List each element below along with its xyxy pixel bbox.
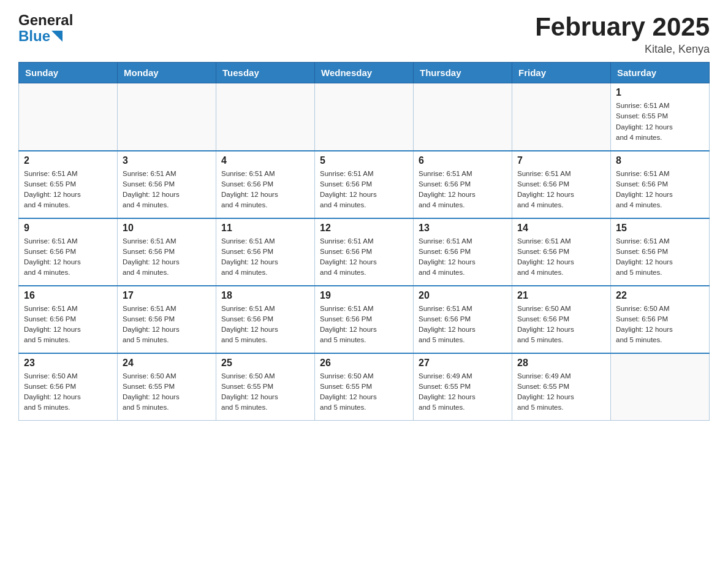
- day-info: Sunrise: 6:51 AMSunset: 6:56 PMDaylight:…: [616, 236, 704, 278]
- calendar-cell: 28Sunrise: 6:49 AMSunset: 6:55 PMDayligh…: [512, 353, 611, 421]
- day-number: 9: [24, 223, 112, 234]
- calendar-cell: 6Sunrise: 6:51 AMSunset: 6:56 PMDaylight…: [414, 151, 512, 218]
- weekday-header-monday: Monday: [118, 63, 216, 83]
- calendar-cell: [216, 83, 315, 151]
- day-number: 3: [123, 155, 211, 166]
- day-info: Sunrise: 6:50 AMSunset: 6:55 PMDaylight:…: [123, 371, 211, 413]
- month-title: February 2025: [535, 12, 710, 42]
- calendar-cell: [118, 83, 216, 151]
- day-number: 24: [123, 358, 211, 369]
- calendar-cell: 27Sunrise: 6:49 AMSunset: 6:55 PMDayligh…: [414, 353, 512, 421]
- day-number: 27: [419, 358, 507, 369]
- calendar-cell: 5Sunrise: 6:51 AMSunset: 6:56 PMDaylight…: [315, 151, 414, 218]
- day-info: Sunrise: 6:51 AMSunset: 6:56 PMDaylight:…: [517, 169, 605, 211]
- page-header: General Blue February 2025 Kitale, Kenya: [18, 12, 710, 56]
- calendar-cell: 15Sunrise: 6:51 AMSunset: 6:56 PMDayligh…: [611, 218, 710, 286]
- calendar-cell: 8Sunrise: 6:51 AMSunset: 6:56 PMDaylight…: [611, 151, 710, 218]
- day-info: Sunrise: 6:50 AMSunset: 6:56 PMDaylight:…: [517, 304, 605, 346]
- day-info: Sunrise: 6:49 AMSunset: 6:55 PMDaylight:…: [517, 371, 605, 413]
- logo-general-text: General: [18, 12, 73, 28]
- weekday-header-thursday: Thursday: [414, 63, 512, 83]
- weekday-header-sunday: Sunday: [19, 63, 118, 83]
- calendar-cell: 25Sunrise: 6:50 AMSunset: 6:55 PMDayligh…: [216, 353, 315, 421]
- day-number: 12: [320, 223, 408, 234]
- calendar-cell: 13Sunrise: 6:51 AMSunset: 6:56 PMDayligh…: [414, 218, 512, 286]
- calendar-cell: 2Sunrise: 6:51 AMSunset: 6:55 PMDaylight…: [19, 151, 118, 218]
- weekday-header-wednesday: Wednesday: [315, 63, 414, 83]
- day-info: Sunrise: 6:51 AMSunset: 6:56 PMDaylight:…: [221, 169, 309, 211]
- calendar-week-row: 1Sunrise: 6:51 AMSunset: 6:55 PMDaylight…: [19, 83, 710, 151]
- day-number: 4: [221, 155, 309, 166]
- calendar-cell: 21Sunrise: 6:50 AMSunset: 6:56 PMDayligh…: [512, 286, 611, 353]
- day-info: Sunrise: 6:50 AMSunset: 6:56 PMDaylight:…: [616, 304, 704, 346]
- day-info: Sunrise: 6:51 AMSunset: 6:56 PMDaylight:…: [24, 304, 112, 346]
- weekday-header-tuesday: Tuesday: [216, 63, 315, 83]
- calendar-cell: [611, 353, 710, 421]
- calendar-cell: 3Sunrise: 6:51 AMSunset: 6:56 PMDaylight…: [118, 151, 216, 218]
- location: Kitale, Kenya: [535, 43, 710, 56]
- day-info: Sunrise: 6:49 AMSunset: 6:55 PMDaylight:…: [419, 371, 507, 413]
- day-info: Sunrise: 6:51 AMSunset: 6:56 PMDaylight:…: [123, 304, 211, 346]
- day-number: 20: [419, 290, 507, 301]
- title-block: February 2025 Kitale, Kenya: [535, 12, 710, 56]
- calendar-cell: 24Sunrise: 6:50 AMSunset: 6:55 PMDayligh…: [118, 353, 216, 421]
- calendar-cell: 11Sunrise: 6:51 AMSunset: 6:56 PMDayligh…: [216, 218, 315, 286]
- calendar-cell: 7Sunrise: 6:51 AMSunset: 6:56 PMDaylight…: [512, 151, 611, 218]
- day-info: Sunrise: 6:51 AMSunset: 6:56 PMDaylight:…: [320, 169, 408, 211]
- day-number: 2: [24, 155, 112, 166]
- day-number: 18: [221, 290, 309, 301]
- day-number: 5: [320, 155, 408, 166]
- calendar-week-row: 9Sunrise: 6:51 AMSunset: 6:56 PMDaylight…: [19, 218, 710, 286]
- day-info: Sunrise: 6:51 AMSunset: 6:56 PMDaylight:…: [419, 304, 507, 346]
- day-number: 11: [221, 223, 309, 234]
- calendar-cell: 17Sunrise: 6:51 AMSunset: 6:56 PMDayligh…: [118, 286, 216, 353]
- calendar-body: 1Sunrise: 6:51 AMSunset: 6:55 PMDaylight…: [19, 83, 710, 421]
- day-info: Sunrise: 6:51 AMSunset: 6:56 PMDaylight:…: [320, 304, 408, 346]
- day-info: Sunrise: 6:50 AMSunset: 6:56 PMDaylight:…: [24, 371, 112, 413]
- calendar-week-row: 2Sunrise: 6:51 AMSunset: 6:55 PMDaylight…: [19, 151, 710, 218]
- day-number: 8: [616, 155, 704, 166]
- calendar-cell: 23Sunrise: 6:50 AMSunset: 6:56 PMDayligh…: [19, 353, 118, 421]
- calendar-cell: [19, 83, 118, 151]
- day-info: Sunrise: 6:51 AMSunset: 6:56 PMDaylight:…: [419, 169, 507, 211]
- day-info: Sunrise: 6:51 AMSunset: 6:56 PMDaylight:…: [517, 236, 605, 278]
- day-number: 19: [320, 290, 408, 301]
- calendar-table: SundayMondayTuesdayWednesdayThursdayFrid…: [18, 62, 710, 421]
- day-info: Sunrise: 6:51 AMSunset: 6:56 PMDaylight:…: [24, 236, 112, 278]
- calendar-cell: [512, 83, 611, 151]
- day-number: 17: [123, 290, 211, 301]
- weekday-header-friday: Friday: [512, 63, 611, 83]
- day-info: Sunrise: 6:51 AMSunset: 6:55 PMDaylight:…: [616, 101, 704, 143]
- calendar-cell: [315, 83, 414, 151]
- day-info: Sunrise: 6:51 AMSunset: 6:56 PMDaylight:…: [616, 169, 704, 211]
- calendar-cell: 16Sunrise: 6:51 AMSunset: 6:56 PMDayligh…: [19, 286, 118, 353]
- logo: General Blue: [18, 12, 73, 45]
- calendar-week-row: 23Sunrise: 6:50 AMSunset: 6:56 PMDayligh…: [19, 353, 710, 421]
- day-number: 13: [419, 223, 507, 234]
- weekday-header-saturday: Saturday: [611, 63, 710, 83]
- day-info: Sunrise: 6:51 AMSunset: 6:56 PMDaylight:…: [123, 169, 211, 211]
- day-number: 23: [24, 358, 112, 369]
- day-info: Sunrise: 6:50 AMSunset: 6:55 PMDaylight:…: [221, 371, 309, 413]
- day-number: 1: [616, 87, 704, 98]
- day-info: Sunrise: 6:51 AMSunset: 6:56 PMDaylight:…: [123, 236, 211, 278]
- calendar-cell: 18Sunrise: 6:51 AMSunset: 6:56 PMDayligh…: [216, 286, 315, 353]
- svg-marker-0: [51, 31, 63, 42]
- calendar-cell: 20Sunrise: 6:51 AMSunset: 6:56 PMDayligh…: [414, 286, 512, 353]
- day-info: Sunrise: 6:51 AMSunset: 6:55 PMDaylight:…: [24, 169, 112, 211]
- calendar-cell: 19Sunrise: 6:51 AMSunset: 6:56 PMDayligh…: [315, 286, 414, 353]
- day-info: Sunrise: 6:51 AMSunset: 6:56 PMDaylight:…: [320, 236, 408, 278]
- day-number: 15: [616, 223, 704, 234]
- day-number: 16: [24, 290, 112, 301]
- day-info: Sunrise: 6:50 AMSunset: 6:55 PMDaylight:…: [320, 371, 408, 413]
- calendar-cell: 22Sunrise: 6:50 AMSunset: 6:56 PMDayligh…: [611, 286, 710, 353]
- calendar-cell: 14Sunrise: 6:51 AMSunset: 6:56 PMDayligh…: [512, 218, 611, 286]
- calendar-week-row: 16Sunrise: 6:51 AMSunset: 6:56 PMDayligh…: [19, 286, 710, 353]
- calendar-cell: 4Sunrise: 6:51 AMSunset: 6:56 PMDaylight…: [216, 151, 315, 218]
- day-number: 10: [123, 223, 211, 234]
- day-number: 6: [419, 155, 507, 166]
- day-number: 22: [616, 290, 704, 301]
- day-number: 14: [517, 223, 605, 234]
- day-number: 25: [221, 358, 309, 369]
- calendar-header: SundayMondayTuesdayWednesdayThursdayFrid…: [19, 63, 710, 83]
